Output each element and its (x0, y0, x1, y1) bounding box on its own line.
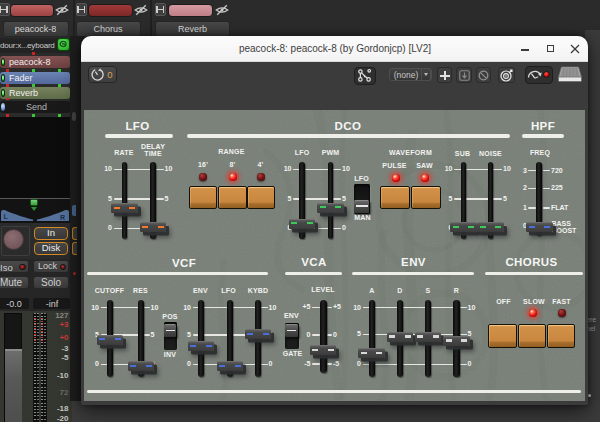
svg-text:R: R (60, 214, 65, 221)
svg-text:L: L (4, 213, 9, 220)
